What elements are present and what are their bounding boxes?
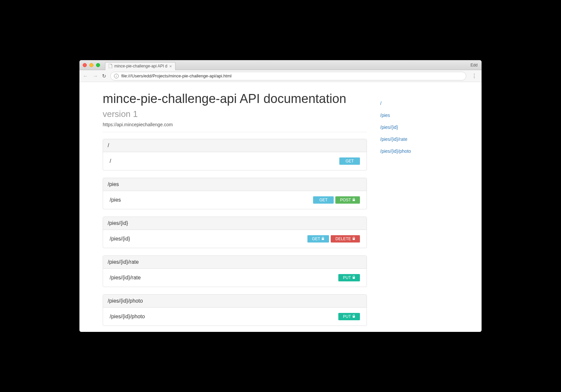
lock-icon (352, 314, 355, 319)
svg-rect-1 (322, 238, 324, 240)
svg-rect-4 (353, 316, 355, 318)
title-text: mince-pie-challenge-api API documentatio… (103, 92, 346, 106)
info-icon[interactable]: i (114, 74, 119, 78)
method-badge-put[interactable]: PUT (338, 313, 360, 320)
sidebar-nav: //pies/pies/{id}/pies/{id}/rate/pies/{id… (380, 92, 453, 325)
method-list: GETPOST (313, 196, 360, 204)
svg-rect-3 (353, 277, 355, 279)
method-badge-get[interactable]: GET (307, 235, 329, 243)
resource-body: /pies/{id}GETDELETE (103, 230, 367, 248)
window-close-button[interactable] (83, 63, 87, 67)
nav-arrows: ← → (83, 73, 98, 79)
method-badge-post[interactable]: POST (335, 196, 360, 204)
endpoint-path[interactable]: /pies/{id}/photo (110, 314, 145, 320)
svg-rect-0 (353, 199, 355, 201)
profile-label[interactable]: Edd (471, 63, 478, 67)
endpoint-path[interactable]: / (110, 158, 111, 164)
method-badge-get[interactable]: GET (313, 196, 334, 204)
url-bar[interactable]: i file:///Users/edd/Projects/mince-pie-c… (110, 72, 466, 80)
back-button[interactable]: ← (83, 73, 88, 79)
resource-panel: //GET (103, 139, 367, 170)
method-list: PUT (338, 274, 360, 281)
method-list: GET (339, 157, 360, 165)
resource-panel: /pies/{id}/rate/pies/{id}/ratePUT (103, 255, 367, 287)
method-verb: GET (346, 159, 354, 163)
method-verb: PUT (343, 314, 351, 319)
method-badge-delete[interactable]: DELETE (331, 235, 360, 243)
method-list: PUT (338, 313, 360, 320)
close-icon[interactable]: × (169, 64, 172, 69)
svg-rect-2 (353, 238, 355, 240)
divider (103, 132, 367, 132)
file-icon (109, 64, 112, 69)
lock-icon (352, 275, 355, 280)
method-badge-put[interactable]: PUT (338, 274, 360, 281)
method-verb: GET (312, 237, 320, 241)
window-minimize-button[interactable] (89, 63, 93, 67)
resource-panel: /pies/{id}/photo/pies/{id}/photoPUT (103, 294, 367, 326)
browser-window: mince-pie-challenge-api API d × Edd ← → … (79, 60, 482, 332)
tab-title: mince-pie-challenge-api API d (114, 64, 167, 68)
method-badge-get[interactable]: GET (339, 157, 360, 165)
titlebar: mince-pie-challenge-api API d × Edd (79, 60, 482, 70)
page-content: mince-pie-challenge-api API documentatio… (79, 82, 482, 332)
resource-body: /pies/{id}/ratePUT (103, 269, 367, 287)
version-label: version 1 (103, 109, 138, 119)
endpoint-path[interactable]: /pies (110, 197, 121, 203)
method-verb: GET (319, 198, 328, 202)
lock-icon (352, 237, 355, 241)
resource-header[interactable]: /pies/{id}/photo (103, 295, 367, 308)
resource-header[interactable]: /pies/{id} (103, 217, 367, 230)
sidebar-link[interactable]: /pies/{id} (380, 121, 453, 133)
lock-icon (321, 237, 324, 241)
method-verb: PUT (343, 275, 351, 280)
endpoint-path[interactable]: /pies/{id}/rate (110, 275, 141, 281)
sidebar-link[interactable]: / (380, 97, 453, 109)
url-text: file:///Users/edd/Projects/mince-pie-cha… (121, 73, 232, 78)
resource-body: /pies/{id}/photoPUT (103, 308, 367, 326)
resource-body: /GET (103, 152, 367, 170)
sidebar-link[interactable]: /pies (380, 109, 453, 121)
forward-button[interactable]: → (93, 73, 98, 79)
resource-header[interactable]: /pies/{id}/rate (103, 256, 367, 269)
endpoint-path[interactable]: /pies/{id} (110, 236, 130, 242)
resource-body: /piesGETPOST (103, 191, 367, 209)
toolbar: ← → ↻ i file:///Users/edd/Projects/mince… (79, 70, 482, 82)
method-list: GETDELETE (307, 235, 360, 243)
page-title: mince-pie-challenge-api API documentatio… (103, 92, 367, 120)
resource-panel: /pies/{id}/pies/{id}GETDELETE (103, 217, 367, 248)
resource-panel: /pies/piesGETPOST (103, 178, 367, 209)
reload-button[interactable]: ↻ (102, 73, 106, 79)
main-column: mince-pie-challenge-api API documentatio… (103, 92, 367, 325)
sidebar-link[interactable]: /pies/{id}/rate (380, 133, 453, 145)
window-maximize-button[interactable] (96, 63, 100, 67)
lock-icon (352, 198, 355, 202)
resource-header[interactable]: /pies (103, 178, 367, 191)
sidebar-link[interactable]: /pies/{id}/photo (380, 145, 453, 157)
browser-tab[interactable]: mince-pie-challenge-api API d × (105, 62, 175, 70)
resource-header[interactable]: / (103, 139, 367, 152)
base-url: https://api.mincepiechallenge.com (103, 122, 367, 127)
method-verb: DELETE (335, 237, 351, 241)
menu-button[interactable]: ⋮ (470, 73, 478, 79)
method-verb: POST (340, 198, 351, 202)
traffic-lights (83, 63, 100, 67)
